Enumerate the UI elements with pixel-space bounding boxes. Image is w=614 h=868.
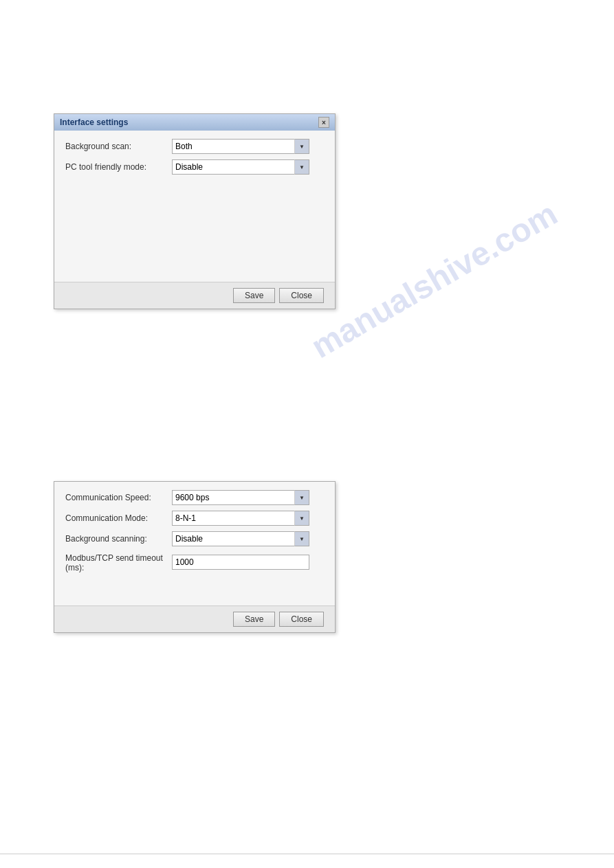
background-scan-select-wrapper: Both Input Output None ▼ — [172, 139, 309, 154]
bg-scanning-select-wrapper: Disable Enable ▼ — [172, 531, 309, 546]
dialog2-save-button[interactable]: Save — [233, 612, 275, 627]
bg-scanning-row: Background scanning: Disable Enable ▼ — [65, 531, 324, 546]
comm-speed-select[interactable]: 9600 bps 19200 bps 38400 bps 57600 bps 1… — [172, 490, 309, 505]
dialog1-footer: Save Close — [54, 282, 335, 309]
dialog1-content: Background scan: Both Input Output None … — [54, 131, 335, 282]
comm-speed-row: Communication Speed: 9600 bps 19200 bps … — [65, 490, 324, 505]
comm-mode-label: Communication Mode: — [65, 513, 172, 523]
interface-settings-dialog: Interface settings × Background scan: Bo… — [54, 113, 336, 309]
dialog1-save-button[interactable]: Save — [233, 288, 275, 303]
modbus-timeout-row: Modbus/TCP send timeout(ms): — [65, 552, 324, 572]
dialog1-titlebar: Interface settings × — [54, 114, 335, 131]
dialog2-close-button[interactable]: Close — [279, 612, 324, 627]
watermark: manualshive.com — [305, 194, 563, 366]
comm-mode-select-wrapper: 8-N-1 8-N-2 8-E-1 8-O-1 ▼ — [172, 511, 309, 526]
dialog1-close-icon[interactable]: × — [318, 117, 329, 128]
bottom-divider — [0, 854, 614, 854]
communication-settings-dialog: Communication Speed: 9600 bps 19200 bps … — [54, 481, 336, 633]
bg-scanning-label: Background scanning: — [65, 534, 172, 544]
pc-tool-mode-row: PC tool friendly mode: Disable Enable ▼ — [65, 159, 324, 175]
pc-tool-mode-label: PC tool friendly mode: — [65, 162, 172, 172]
pc-tool-mode-select[interactable]: Disable Enable — [172, 159, 309, 175]
pc-tool-mode-select-wrapper: Disable Enable ▼ — [172, 159, 309, 175]
background-scan-row: Background scan: Both Input Output None … — [65, 139, 324, 154]
bg-scanning-select[interactable]: Disable Enable — [172, 531, 309, 546]
dialog2-footer: Save Close — [54, 605, 335, 632]
comm-mode-row: Communication Mode: 8-N-1 8-N-2 8-E-1 8-… — [65, 511, 324, 526]
dialog1-title: Interface settings — [60, 118, 128, 127]
comm-mode-select[interactable]: 8-N-1 8-N-2 8-E-1 8-O-1 — [172, 511, 309, 526]
background-scan-label: Background scan: — [65, 142, 172, 151]
dialog1-close-button[interactable]: Close — [279, 288, 324, 303]
background-scan-select[interactable]: Both Input Output None — [172, 139, 309, 154]
comm-speed-select-wrapper: 9600 bps 19200 bps 38400 bps 57600 bps 1… — [172, 490, 309, 505]
modbus-timeout-label: Modbus/TCP send timeout(ms): — [65, 552, 172, 572]
modbus-timeout-input[interactable] — [172, 555, 309, 570]
dialog2-content: Communication Speed: 9600 bps 19200 bps … — [54, 482, 335, 605]
comm-speed-label: Communication Speed: — [65, 493, 172, 502]
